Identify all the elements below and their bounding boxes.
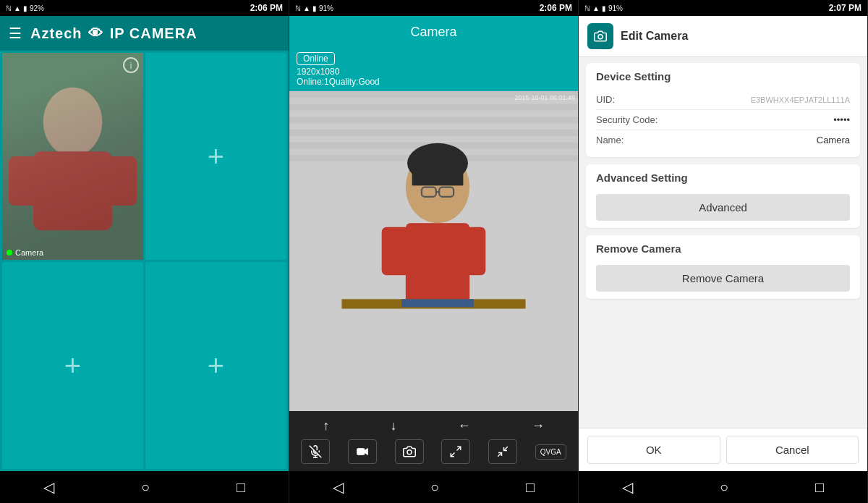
battery-percent-1: 92% bbox=[30, 4, 44, 12]
camera-thumbnail-1 bbox=[2, 53, 143, 260]
svg-point-34 bbox=[598, 35, 603, 39]
status-bar-3: ℕ ▲ ▮ 91% 2:07 PM bbox=[579, 0, 867, 16]
app-header: ☰ Aztech 👁 IP CAMERA bbox=[0, 16, 289, 51]
home-btn-3[interactable]: ○ bbox=[708, 473, 740, 502]
time-3: 2:07 PM bbox=[829, 3, 861, 13]
svg-point-1 bbox=[43, 88, 103, 156]
wifi-icon: ▲ bbox=[14, 4, 21, 12]
battery-percent-3: 91% bbox=[608, 4, 623, 12]
add-camera-cell-4[interactable]: + bbox=[145, 262, 286, 469]
camera-cell-1[interactable]: i Camera bbox=[2, 53, 143, 260]
signal-icon: ℕ bbox=[6, 4, 12, 12]
remove-camera-section: Remove Camera Remove Camera bbox=[586, 235, 860, 299]
camera-grid: i Camera + + + bbox=[0, 51, 289, 471]
app-title: Aztech 👁 IP CAMERA bbox=[30, 25, 197, 42]
back-btn-2[interactable]: ◁ bbox=[321, 473, 355, 502]
battery-icon-2: ▮ bbox=[312, 4, 317, 12]
uid-value: E3BWHXX4EPJAT2LL111A bbox=[665, 96, 850, 104]
name-label: Name: bbox=[596, 135, 665, 145]
minimize-btn[interactable] bbox=[488, 439, 517, 464]
security-value: ••••• bbox=[665, 114, 850, 125]
pan-left-btn[interactable]: ← bbox=[452, 415, 477, 436]
camera-controls: ↑ ↓ ← → bbox=[289, 411, 578, 471]
eye-icon: 👁 bbox=[88, 25, 109, 41]
add-camera-cell-2[interactable]: + bbox=[145, 53, 286, 260]
quality-text: Online:1Quality:Good bbox=[297, 77, 571, 87]
add-camera-icon-4: + bbox=[208, 351, 224, 380]
tilt-up-btn[interactable]: ↑ bbox=[317, 415, 335, 436]
qvga-btn[interactable]: QVGA bbox=[535, 444, 566, 460]
svg-rect-23 bbox=[401, 299, 473, 307]
svg-rect-15 bbox=[412, 161, 464, 185]
panel-camera-view: ℕ ▲ ▮ 91% 2:06 PM Camera Online 1920x108… bbox=[289, 0, 579, 503]
home-btn-2[interactable]: ○ bbox=[419, 473, 451, 502]
online-badge: Online bbox=[297, 52, 335, 65]
wifi-icon-3: ▲ bbox=[592, 4, 600, 12]
status-icons-3: ℕ ▲ ▮ 91% bbox=[584, 4, 623, 12]
nav-bar-2: ◁ ○ □ bbox=[289, 471, 578, 503]
svg-rect-3 bbox=[9, 156, 38, 206]
svg-line-33 bbox=[504, 447, 508, 450]
camera-live-view: 2015-10-01 06:01:49 bbox=[289, 91, 578, 411]
uid-row: UID: E3BWHXX4EPJAT2LL111A bbox=[596, 90, 850, 110]
security-label: Security Code: bbox=[596, 114, 665, 125]
camera-info-icon[interactable]: i bbox=[123, 57, 139, 73]
icon-controls: QVGA bbox=[292, 439, 575, 464]
advanced-btn[interactable]: Advanced bbox=[596, 194, 850, 221]
home-btn-1[interactable]: ○ bbox=[129, 473, 161, 502]
add-camera-icon-3: + bbox=[64, 351, 81, 380]
time-1: 2:06 PM bbox=[250, 3, 283, 13]
tilt-down-btn[interactable]: ↓ bbox=[384, 415, 402, 436]
add-camera-icon-2: + bbox=[208, 142, 224, 171]
signal-icon-3: ℕ bbox=[584, 4, 590, 12]
pan-right-btn[interactable]: → bbox=[526, 415, 550, 436]
online-indicator bbox=[7, 250, 12, 255]
uid-label: UID: bbox=[596, 94, 665, 105]
svg-marker-28 bbox=[365, 449, 368, 455]
recent-btn-3[interactable]: □ bbox=[804, 473, 835, 502]
name-value: Camera bbox=[665, 135, 850, 145]
nav-bar-3: ◁ ○ □ bbox=[579, 471, 867, 503]
svg-rect-9 bbox=[289, 117, 578, 123]
svg-rect-4 bbox=[107, 156, 137, 206]
fullscreen-btn[interactable] bbox=[441, 439, 470, 464]
recent-btn-1[interactable]: □ bbox=[225, 473, 257, 502]
edit-camera-body: Device Setting UID: E3BWHXX4EPJAT2LL111A… bbox=[579, 57, 867, 428]
edit-camera-footer: OK Cancel bbox=[579, 428, 867, 471]
resolution-text: 1920x1080 bbox=[297, 67, 571, 77]
remove-camera-btn[interactable]: Remove Camera bbox=[596, 265, 850, 292]
ok-btn[interactable]: OK bbox=[587, 436, 720, 464]
cancel-btn[interactable]: Cancel bbox=[726, 436, 859, 464]
mute-btn[interactable] bbox=[301, 439, 330, 464]
battery-icon-3: ▮ bbox=[602, 4, 606, 12]
add-camera-cell-3[interactable]: + bbox=[2, 262, 143, 469]
edit-camera-header: Edit Camera bbox=[579, 16, 867, 57]
svg-rect-10 bbox=[289, 130, 578, 136]
svg-rect-20 bbox=[382, 227, 411, 275]
status-bar-2: ℕ ▲ ▮ 91% 2:06 PM bbox=[289, 0, 578, 16]
status-icons-1: ℕ ▲ ▮ 92% bbox=[6, 4, 44, 12]
hamburger-menu[interactable]: ☰ bbox=[9, 25, 22, 42]
record-btn[interactable] bbox=[348, 439, 377, 464]
svg-line-30 bbox=[457, 447, 461, 450]
camera-name-label: Camera bbox=[7, 248, 43, 257]
camera-view-header: Camera bbox=[289, 16, 578, 48]
back-btn-1[interactable]: ◁ bbox=[32, 473, 66, 502]
back-btn-3[interactable]: ◁ bbox=[610, 473, 644, 502]
camera-app-icon bbox=[587, 23, 613, 49]
svg-rect-8 bbox=[289, 104, 578, 111]
snapshot-btn[interactable] bbox=[395, 439, 424, 464]
recent-btn-2[interactable]: □ bbox=[514, 473, 546, 502]
wifi-icon-2: ▲ bbox=[303, 4, 310, 12]
status-bar-1: ℕ ▲ ▮ 92% 2:06 PM bbox=[0, 0, 289, 16]
advanced-setting-title: Advanced Setting bbox=[596, 172, 850, 184]
battery-percent-2: 91% bbox=[319, 4, 333, 12]
svg-rect-27 bbox=[357, 449, 365, 455]
time-2: 2:06 PM bbox=[540, 3, 572, 13]
remove-camera-title: Remove Camera bbox=[596, 242, 850, 255]
advanced-setting-section: Advanced Setting Advanced bbox=[586, 164, 860, 228]
panel-edit-camera: ℕ ▲ ▮ 91% 2:07 PM Edit Camera Device Set… bbox=[579, 0, 868, 503]
device-setting-section: Device Setting UID: E3BWHXX4EPJAT2LL111A… bbox=[586, 63, 860, 157]
security-row: Security Code: ••••• bbox=[596, 110, 850, 130]
panel-camera-list: ℕ ▲ ▮ 92% 2:06 PM ☰ Aztech 👁 IP CAMERA bbox=[0, 0, 289, 503]
